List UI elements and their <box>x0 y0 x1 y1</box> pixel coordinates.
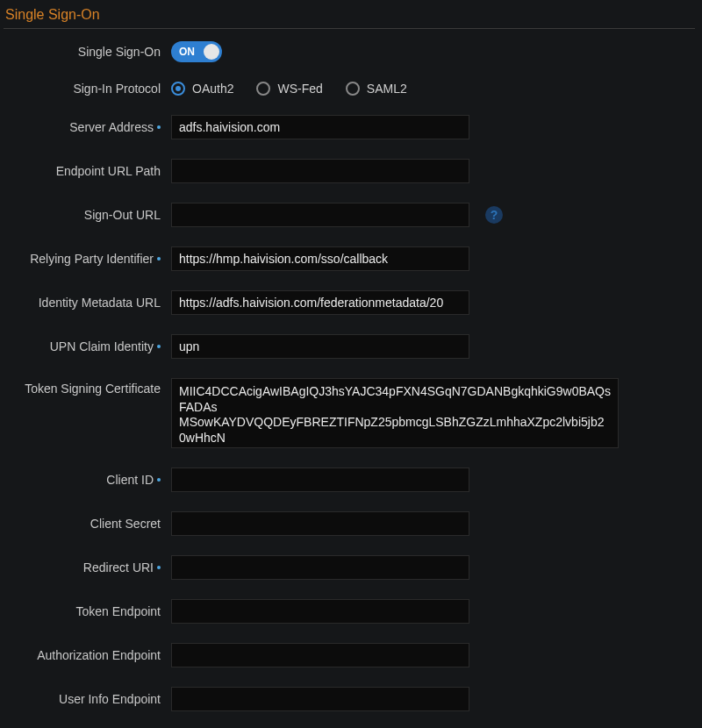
relying-party-input[interactable] <box>171 246 469 271</box>
radio-circle-icon <box>256 82 270 96</box>
required-dot-icon <box>157 257 161 261</box>
label-client-id: Client ID <box>4 473 166 487</box>
label-endpoint-url: Endpoint URL Path <box>4 164 166 178</box>
label-upn-claim: UPN Claim Identity <box>4 339 166 353</box>
row-auth-endpoint: Authorization Endpoint <box>4 643 695 667</box>
row-redirect-uri: Redirect URI <box>4 555 695 580</box>
row-sign-out-url: Sign-Out URL ? <box>4 203 695 227</box>
label-server-address: Server Address <box>4 120 166 134</box>
client-secret-input[interactable] <box>171 511 469 536</box>
server-address-input[interactable] <box>171 115 469 139</box>
protocol-radio-group: OAuth2 WS-Fed SAML2 <box>171 82 407 96</box>
label-sso-toggle: Single Sign-On <box>4 45 166 59</box>
radio-label-saml2: SAML2 <box>367 82 407 96</box>
required-dot-icon <box>157 478 161 482</box>
row-upn-claim: UPN Claim Identity <box>4 334 695 359</box>
token-endpoint-input[interactable] <box>171 599 469 624</box>
row-token-endpoint: Token Endpoint <box>4 599 695 624</box>
row-endpoint-url: Endpoint URL Path <box>4 159 695 183</box>
label-token-endpoint: Token Endpoint <box>4 604 166 618</box>
label-user-info: User Info Endpoint <box>4 692 166 706</box>
radio-wsfed[interactable]: WS-Fed <box>256 82 322 96</box>
required-dot-icon <box>157 125 161 129</box>
radio-label-wsfed: WS-Fed <box>277 82 322 96</box>
toggle-on-text: ON <box>179 46 195 58</box>
redirect-uri-input[interactable] <box>171 555 469 580</box>
radio-saml2[interactable]: SAML2 <box>346 82 407 96</box>
auth-endpoint-input[interactable] <box>171 643 469 667</box>
label-token-cert: Token Signing Certificate <box>4 378 166 396</box>
user-info-input[interactable] <box>171 687 469 711</box>
label-identity-metadata: Identity Metadata URL <box>4 296 166 310</box>
form-rows: Single Sign-On ON Sign-In Protocol OAuth… <box>4 41 695 728</box>
row-identity-metadata: Identity Metadata URL <box>4 290 695 315</box>
row-user-info: User Info Endpoint <box>4 687 695 711</box>
radio-circle-icon <box>346 82 360 96</box>
section-divider <box>4 28 695 29</box>
row-client-id: Client ID <box>4 467 695 492</box>
client-id-input[interactable] <box>171 467 469 492</box>
radio-circle-icon <box>171 82 185 96</box>
required-dot-icon <box>157 345 161 348</box>
required-dot-icon <box>157 566 161 569</box>
label-redirect-uri: Redirect URI <box>4 560 166 575</box>
upn-claim-input[interactable] <box>171 334 469 359</box>
row-sso-toggle: Single Sign-On ON <box>4 41 695 62</box>
label-signin-protocol: Sign-In Protocol <box>4 82 166 96</box>
radio-oauth2[interactable]: OAuth2 <box>171 82 233 96</box>
endpoint-url-input[interactable] <box>171 159 469 183</box>
row-server-address: Server Address <box>4 115 695 139</box>
section-title: Single Sign-On <box>4 4 695 28</box>
label-sign-out-url: Sign-Out URL <box>4 208 166 222</box>
row-relying-party: Relying Party Identifier <box>4 246 695 271</box>
row-signin-protocol: Sign-In Protocol OAuth2 WS-Fed SAML2 <box>4 82 695 96</box>
row-token-cert: Token Signing Certificate <box>4 378 695 448</box>
sso-toggle[interactable]: ON <box>171 41 222 62</box>
label-relying-party: Relying Party Identifier <box>4 252 166 266</box>
radio-label-oauth2: OAuth2 <box>192 82 233 96</box>
label-client-secret: Client Secret <box>4 517 166 531</box>
help-icon[interactable]: ? <box>485 206 503 224</box>
label-auth-endpoint: Authorization Endpoint <box>4 648 166 662</box>
sign-out-url-input[interactable] <box>171 203 469 227</box>
toggle-knob <box>204 44 219 60</box>
identity-metadata-input[interactable] <box>171 290 469 315</box>
token-cert-textarea[interactable] <box>171 378 619 448</box>
row-client-secret: Client Secret <box>4 511 695 536</box>
